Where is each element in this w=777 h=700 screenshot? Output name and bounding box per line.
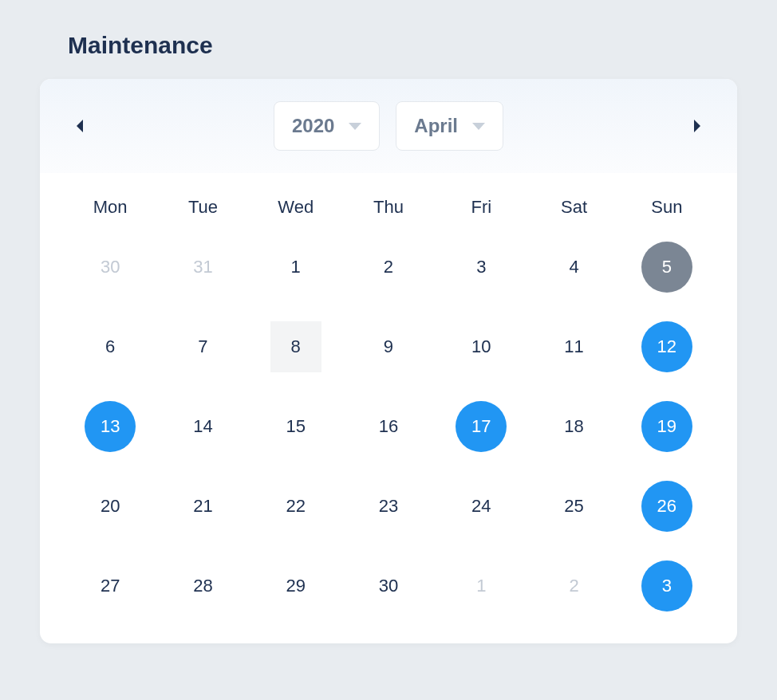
weekday-label: Mon (64, 197, 156, 218)
day-number: 19 (641, 401, 692, 452)
date-selectors: 2020 April (274, 101, 503, 151)
day-cell[interactable]: 12 (621, 321, 713, 372)
day-cell[interactable]: 29 (250, 560, 342, 612)
day-number: 2 (363, 242, 414, 293)
day-cell[interactable]: 31 (156, 242, 249, 293)
day-cell[interactable]: 1 (250, 242, 342, 293)
next-month-button[interactable] (681, 110, 713, 142)
day-cell[interactable]: 3 (621, 560, 713, 612)
day-number: 18 (549, 401, 600, 452)
day-number: 7 (177, 321, 228, 372)
caret-right-icon (691, 118, 704, 134)
day-number: 3 (641, 560, 692, 612)
page-title: Maintenance (68, 32, 737, 59)
day-cell[interactable]: 13 (64, 401, 156, 452)
day-number: 9 (363, 321, 414, 372)
weekday-label: Wed (250, 197, 342, 218)
day-cell[interactable]: 1 (435, 560, 527, 612)
weekday-label: Sun (621, 197, 713, 218)
day-cell[interactable]: 17 (435, 401, 527, 452)
day-cell[interactable]: 19 (621, 401, 713, 452)
day-cell[interactable]: 20 (64, 481, 156, 532)
day-cell[interactable]: 3 (435, 242, 527, 293)
year-select-label: 2020 (292, 115, 334, 137)
day-number: 15 (270, 401, 321, 452)
weekday-label: Sat (527, 197, 620, 218)
day-cell[interactable]: 6 (64, 321, 156, 372)
day-number: 13 (85, 401, 136, 452)
day-number: 30 (363, 560, 414, 612)
day-number: 21 (177, 481, 228, 532)
day-cell[interactable]: 26 (621, 481, 713, 532)
day-cell[interactable]: 21 (156, 481, 249, 532)
day-cell[interactable]: 30 (342, 560, 435, 612)
day-cell[interactable]: 22 (250, 481, 342, 532)
day-cell[interactable]: 14 (156, 401, 249, 452)
day-number: 28 (177, 560, 228, 612)
year-select[interactable]: 2020 (274, 101, 380, 151)
month-select[interactable]: April (396, 101, 503, 151)
day-number: 12 (641, 321, 692, 372)
weekday-label: Fri (435, 197, 527, 218)
day-number: 20 (85, 481, 136, 532)
day-cell[interactable]: 11 (527, 321, 620, 372)
day-cell[interactable]: 4 (527, 242, 620, 293)
days-grid: 3031123456789101112131415161718192021222… (64, 242, 713, 612)
day-number: 4 (549, 242, 600, 293)
day-cell[interactable]: 24 (435, 481, 527, 532)
caret-left-icon (73, 118, 86, 134)
day-number: 26 (641, 481, 692, 532)
day-number: 27 (85, 560, 136, 612)
chevron-down-icon (349, 123, 361, 130)
weekday-label: Thu (342, 197, 435, 218)
day-cell[interactable]: 28 (156, 560, 249, 612)
day-cell[interactable]: 27 (64, 560, 156, 612)
day-number: 5 (641, 242, 692, 293)
day-cell[interactable]: 23 (342, 481, 435, 532)
day-cell[interactable]: 7 (156, 321, 249, 372)
calendar-card: 2020 April Mon Tue Wed Thu Fri Sat Sun (40, 79, 737, 643)
day-number: 6 (85, 321, 136, 372)
day-cell[interactable]: 25 (527, 481, 620, 532)
day-cell[interactable]: 18 (527, 401, 620, 452)
day-cell[interactable]: 9 (342, 321, 435, 372)
weekday-row: Mon Tue Wed Thu Fri Sat Sun (64, 197, 713, 218)
day-number: 31 (177, 242, 228, 293)
day-number: 1 (456, 560, 507, 612)
day-number: 8 (270, 321, 321, 372)
day-number: 3 (456, 242, 507, 293)
day-number: 11 (549, 321, 600, 372)
day-number: 23 (363, 481, 414, 532)
day-cell[interactable]: 2 (342, 242, 435, 293)
prev-month-button[interactable] (64, 110, 96, 142)
day-number: 30 (85, 242, 136, 293)
month-select-label: April (414, 115, 458, 137)
day-number: 25 (549, 481, 600, 532)
weekday-label: Tue (156, 197, 249, 218)
day-number: 29 (270, 560, 321, 612)
day-cell[interactable]: 16 (342, 401, 435, 452)
day-cell[interactable]: 15 (250, 401, 342, 452)
day-number: 17 (456, 401, 507, 452)
day-number: 2 (549, 560, 600, 612)
day-number: 24 (456, 481, 507, 532)
day-cell[interactable]: 5 (621, 242, 713, 293)
calendar-body: Mon Tue Wed Thu Fri Sat Sun 303112345678… (40, 173, 737, 643)
day-cell[interactable]: 10 (435, 321, 527, 372)
day-number: 14 (177, 401, 228, 452)
day-cell[interactable]: 8 (250, 321, 342, 372)
day-number: 22 (270, 481, 321, 532)
day-number: 10 (456, 321, 507, 372)
calendar-header: 2020 April (40, 79, 737, 173)
day-cell[interactable]: 2 (527, 560, 620, 612)
day-number: 1 (270, 242, 321, 293)
day-number: 16 (363, 401, 414, 452)
chevron-down-icon (472, 123, 485, 130)
day-cell[interactable]: 30 (64, 242, 156, 293)
